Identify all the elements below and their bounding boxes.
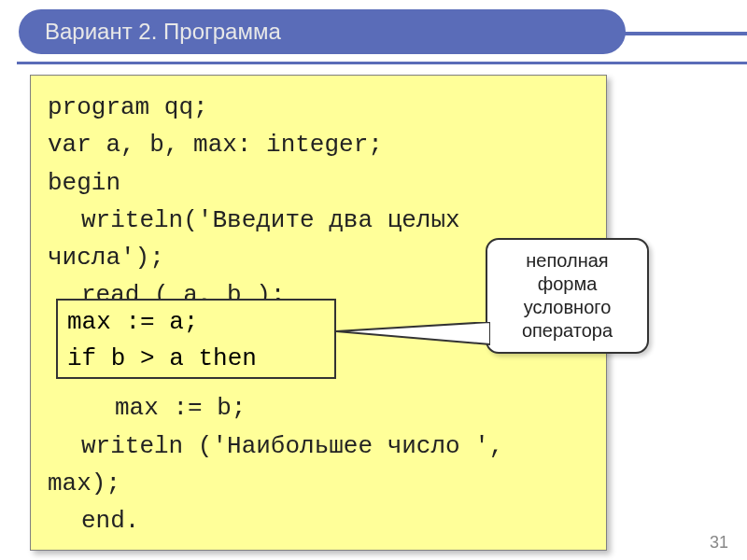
page-number: 31 xyxy=(710,533,728,553)
code-line: program qq; xyxy=(48,89,589,126)
callout-text: неполная форма условного оператора xyxy=(522,250,613,341)
code-line: max); xyxy=(48,465,589,502)
code-line: max := b; xyxy=(48,389,589,427)
code-line: var a, b, max: integer; xyxy=(48,126,589,163)
code-line: writeln ('Наибольшее число ', xyxy=(48,427,589,465)
callout-bubble: неполная форма условного оператора xyxy=(486,238,649,354)
code-line: if b > a then xyxy=(67,341,325,377)
code-line: writeln('Введите два целых xyxy=(48,202,589,239)
slide-title-bar: Вариант 2. Программа xyxy=(19,9,626,54)
slide-title: Вариант 2. Программа xyxy=(45,19,281,45)
code-line: begin xyxy=(48,164,589,202)
code-line: max := a; xyxy=(67,304,325,341)
highlighted-code-box: max := a; if b > a then xyxy=(56,299,336,379)
code-line: end. xyxy=(48,502,589,539)
title-underline xyxy=(17,62,747,64)
title-tail-line xyxy=(612,32,747,35)
